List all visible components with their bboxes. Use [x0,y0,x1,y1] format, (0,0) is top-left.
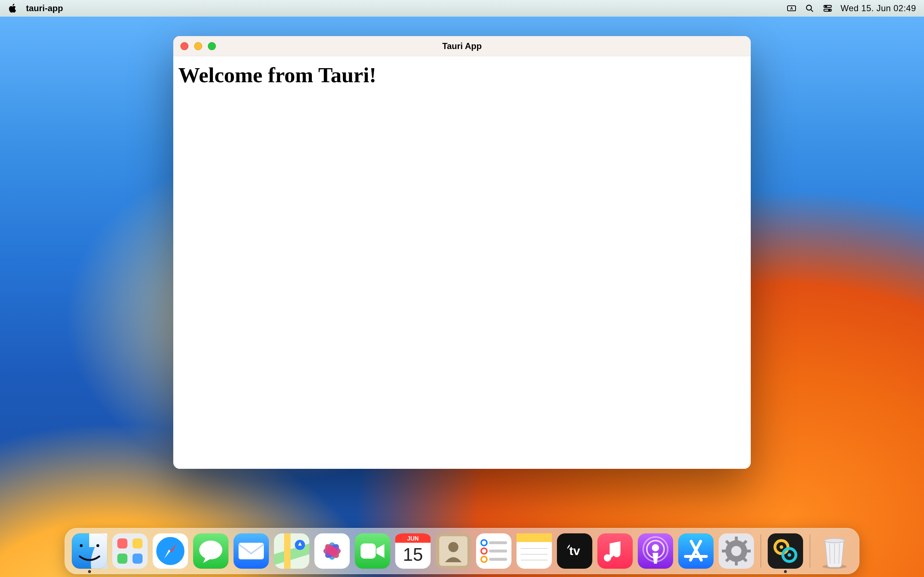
dock-item-podcasts[interactable] [637,533,674,569]
dock-item-finder[interactable] [71,533,108,569]
dock-item-maps[interactable] [273,533,310,569]
window-content: Welcome from Tauri! [173,56,751,94]
calendar-month: JUN [394,535,431,542]
menubar: tauri-app A Wed 15. Jun 02:49 [0,0,924,16]
svg-point-7 [828,10,830,11]
spotlight-icon[interactable] [804,3,815,13]
svg-rect-54 [517,533,552,542]
dock-item-facetime[interactable] [354,533,391,569]
app-window: Tauri App Welcome from Tauri! [173,36,751,469]
dock-item-calendar[interactable]: JUN 15 [394,533,431,569]
dock-item-contacts[interactable] [435,533,472,569]
dock-indicator [88,570,91,573]
svg-point-11 [96,544,99,547]
dock-item-music[interactable] [597,533,633,569]
calendar-day: 15 [394,544,431,565]
svg-rect-12 [112,533,148,569]
dock-item-launchpad[interactable] [111,533,149,569]
svg-rect-49 [489,550,507,553]
svg-point-62 [652,544,659,551]
svg-rect-75 [746,550,751,553]
dock: JUN 15 tv [65,528,859,574]
dock-item-notes[interactable] [516,533,552,569]
svg-point-89 [824,538,845,543]
svg-point-5 [825,5,827,7]
svg-rect-74 [722,550,727,553]
keyboard-layout-icon[interactable]: A [787,3,796,13]
apple-menu-icon[interactable] [8,3,18,13]
svg-point-83 [780,545,783,549]
dock-item-system-settings[interactable] [718,533,755,569]
titlebar[interactable]: Tauri App [173,36,751,56]
window-close-button[interactable] [181,42,188,50]
menubar-clock[interactable]: Wed 15. Jun 02:49 [841,3,916,13]
dock-separator [809,534,810,567]
svg-rect-16 [132,554,142,564]
svg-rect-73 [735,561,738,566]
desktop: tauri-app A Wed 15. Jun 02:49 Tauri App [0,0,924,577]
dock-item-tauri[interactable] [767,533,804,569]
dock-item-reminders[interactable] [475,533,512,569]
svg-rect-72 [735,537,738,542]
dock-separator [761,534,761,567]
window-title: Tauri App [442,41,481,51]
svg-rect-51 [489,558,507,561]
control-center-icon[interactable] [822,3,833,13]
svg-rect-14 [132,538,142,548]
svg-text:A: A [790,6,793,10]
svg-rect-38 [360,543,376,559]
svg-text:tv: tv [569,544,580,558]
svg-point-84 [788,553,791,557]
dock-item-tv[interactable]: tv [556,533,593,569]
dock-item-mail[interactable] [233,533,270,569]
dock-item-photos[interactable] [313,533,351,569]
svg-line-3 [811,10,813,11]
svg-point-10 [80,544,82,547]
window-minimize-button[interactable] [194,42,202,50]
dock-indicator [784,570,787,573]
dock-item-safari[interactable] [152,533,189,569]
svg-point-44 [448,542,459,552]
page-heading: Welcome from Tauri! [178,63,746,88]
svg-point-2 [806,5,811,10]
svg-point-71 [731,546,741,556]
svg-rect-47 [489,541,507,544]
dock-item-messages[interactable] [192,533,229,569]
svg-point-23 [199,541,222,559]
svg-rect-13 [117,538,128,548]
dock-item-appstore[interactable] [677,533,714,569]
window-maximize-button[interactable] [208,42,216,50]
svg-rect-15 [117,554,128,564]
svg-rect-25 [239,543,264,559]
menubar-app-name[interactable]: tauri-app [26,3,63,13]
dock-item-trash[interactable] [816,533,853,569]
